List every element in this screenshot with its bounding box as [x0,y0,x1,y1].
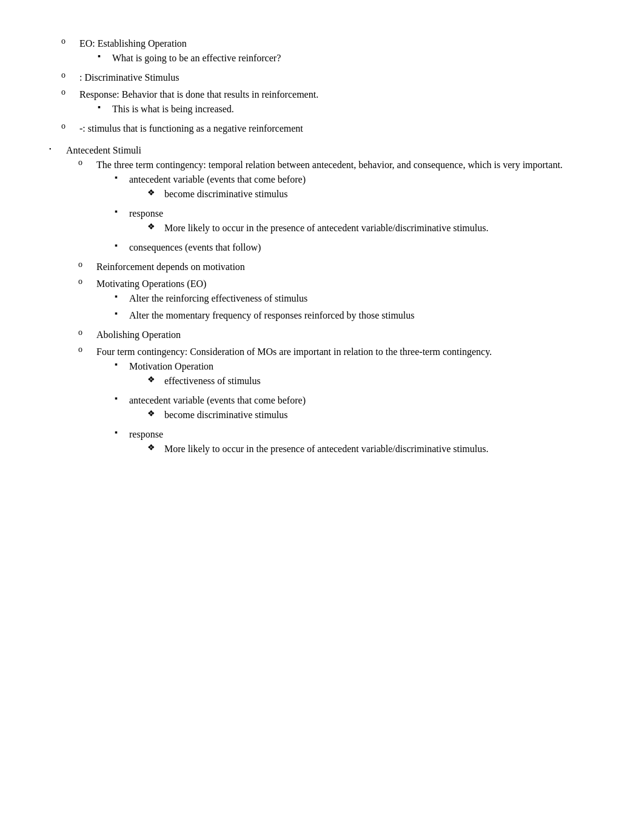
top-level-list: o EO: Establishing Operation ▪ What is g… [61,36,595,136]
item-text: become discriminative stimulus [164,187,595,201]
sq-marker: ▪ [98,103,112,112]
sq-marker: ▪ [115,207,129,217]
item-text: More likely to occur in the presence of … [164,221,595,235]
list-item: ❖ effectiveness of stimulus [147,374,595,388]
list-item: o EO: Establishing Operation ▪ What is g… [61,36,595,68]
antecedent-list: • Antecedent Stimuli o The three term co… [49,143,595,464]
sq-marker: ▪ [115,394,129,404]
list-item: o Abolishing Operation [78,328,595,342]
item-text: become discriminative stimulus [164,408,595,422]
item-text: effectiveness of stimulus [164,374,595,388]
page-content: o EO: Establishing Operation ▪ What is g… [49,36,595,464]
list-item: o : Discriminative Stimulus [61,70,595,85]
item-text: The three term contingency: temporal rel… [96,158,595,172]
sub-sub-list: ❖ become discriminative stimulus [147,187,595,201]
list-item: ▪ Alter the momentary frequency of respo… [115,308,595,323]
item-text: Motivating Operations (EO) [96,277,595,291]
item-text: More likely to occur in the presence of … [164,442,595,456]
diamond-marker: ❖ [147,221,164,232]
sub-list: ▪ Alter the reinforcing effectiveness of… [115,291,595,323]
list-item: o Response: Behavior that is done that r… [61,87,595,119]
bullet-marker: • [49,146,64,152]
diamond-marker: ❖ [147,188,164,198]
item-text: response [129,427,595,442]
item-text: consequences (events that follow) [129,240,595,255]
list-item: ▪ Alter the reinforcing effectiveness of… [115,291,595,306]
sq-marker: ▪ [115,173,129,183]
o-marker: o [78,328,96,337]
item-text: This is what is being increased. [112,102,595,117]
list-item: ❖ More likely to occur in the presence o… [147,442,595,456]
item-text: antecedent variable (events that come be… [129,393,595,408]
sq-marker: ▪ [98,52,112,61]
sub-list: ▪ This is what is being increased. [98,102,595,117]
list-item: ▪ antecedent variable (events that come … [115,393,595,425]
item-text: Alter the momentary frequency of respons… [129,308,595,323]
diamond-marker: ❖ [147,374,164,385]
o-marker: o [61,36,79,46]
sq-marker: ▪ [115,292,129,302]
list-item: ❖ become discriminative stimulus [147,187,595,201]
sub-list: ▪ antecedent variable (events that come … [115,172,595,255]
list-item: ▪ antecedent variable (events that come … [115,172,595,204]
list-item: ❖ More likely to occur in the presence o… [147,221,595,235]
item-text: Four term contingency: Consideration of … [96,345,595,359]
item-text: Abolishing Operation [96,328,595,342]
sub-sub-list: ❖ More likely to occur in the presence o… [147,221,595,235]
sq-marker: ▪ [115,241,129,251]
item-text: What is going to be an effective reinfor… [112,51,595,66]
list-item: ▪ response ❖ More likely to occur in the… [115,206,595,238]
o-marker: o [78,277,96,286]
item-text: Alter the reinforcing effectiveness of s… [129,291,595,306]
o-marker: o [61,70,79,80]
list-item: o Motivating Operations (EO) ▪ Alter the… [78,277,595,325]
sub-sub-list: ❖ become discriminative stimulus [147,408,595,422]
diamond-marker: ❖ [147,442,164,453]
item-text: EO: Establishing Operation [79,36,595,51]
item-text: -: stimulus that is functioning as a neg… [79,121,595,136]
sq-marker: ▪ [115,428,129,438]
item-text: Reinforcement depends on motivation [96,260,595,274]
o-marker: o [61,121,79,131]
list-item: o Reinforcement depends on motivation [78,260,595,274]
list-item: ▪ Motivation Operation ❖ effectiveness o… [115,359,595,391]
list-item: ▪ What is going to be an effective reinf… [98,51,595,66]
o-marker: o [61,87,79,97]
list-item: o -: stimulus that is functioning as a n… [61,121,595,136]
o-marker: o [78,345,96,354]
list-item: ▪ response ❖ More likely to occur in the… [115,427,595,459]
o-marker: o [78,158,96,167]
sq-marker: ▪ [115,360,129,370]
sub-list: ▪ Motivation Operation ❖ effectiveness o… [115,359,595,459]
sq-marker: ▪ [115,309,129,319]
item-text: antecedent variable (events that come be… [129,172,595,187]
o-marker: o [78,260,96,269]
list-item: o The three term contingency: temporal r… [78,158,595,257]
item-text: : Discriminative Stimulus [79,70,595,85]
sub-list: ▪ What is going to be an effective reinf… [98,51,595,66]
sub-sub-list: ❖ effectiveness of stimulus [147,374,595,388]
list-item-antecedent: • Antecedent Stimuli o The three term co… [49,143,595,464]
antecedent-sub-list: o The three term contingency: temporal r… [78,158,595,461]
list-item: ▪ This is what is being increased. [98,102,595,117]
list-item: ❖ become discriminative stimulus [147,408,595,422]
diamond-marker: ❖ [147,408,164,419]
item-text: Response: Behavior that is done that res… [79,87,595,102]
list-item: ▪ consequences (events that follow) [115,240,595,255]
list-item: o Four term contingency: Consideration o… [78,345,595,461]
item-text: response [129,206,595,221]
item-text: Motivation Operation [129,359,595,374]
antecedent-label: Antecedent Stimuli [66,143,595,158]
sub-sub-list: ❖ More likely to occur in the presence o… [147,442,595,456]
